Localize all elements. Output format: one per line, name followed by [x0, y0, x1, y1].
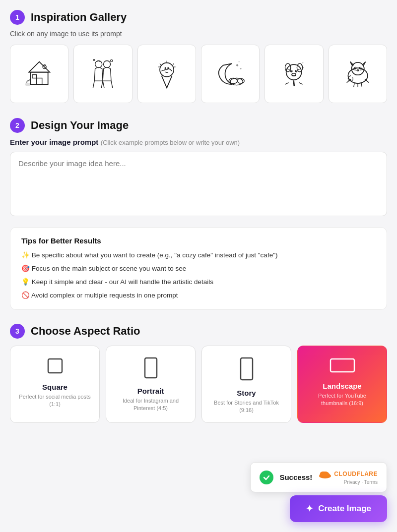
svg-point-16	[240, 68, 242, 69]
svg-point-4	[25, 83, 30, 86]
svg-point-44	[320, 472, 326, 475]
gallery-item-couple[interactable]	[73, 45, 132, 103]
svg-point-28	[303, 62, 304, 63]
tip-item-3: 💡 Keep it simple and clear - our AI will…	[21, 278, 376, 287]
aspect-card-landscape[interactable]: Landscape Perfect for YouTube thumbnails…	[297, 346, 387, 423]
aspect-card-square[interactable]: Square Perfect for social media posts (1…	[10, 346, 100, 423]
svg-rect-37	[145, 358, 157, 378]
svg-point-35	[357, 69, 358, 71]
moon-illustration	[213, 57, 248, 91]
success-check-icon	[260, 471, 273, 484]
gallery-subtitle: Click on any image to use its prompt	[10, 30, 387, 38]
section3-title: Choose Aspect Ratio	[31, 325, 140, 338]
svg-rect-39	[331, 359, 354, 372]
section2-header: 2 Design Your Image	[10, 118, 387, 133]
landscape-name: Landscape	[323, 382, 361, 390]
tips-box: Tips for Better Results ✨ Be specific ab…	[10, 227, 387, 310]
dog-illustration	[276, 57, 311, 91]
step1-badge: 1	[10, 10, 25, 25]
aspect-card-story[interactable]: Story Best for Stories and TikTok (9:16)	[201, 346, 291, 423]
create-image-button[interactable]: ✦ Create Image	[290, 495, 387, 522]
cloudflare-logo: CLOUDFLARE Privacy · Terms	[318, 470, 378, 485]
aspect-card-portrait[interactable]: Portrait Ideal for Instagram and Pintere…	[106, 346, 196, 423]
prompt-label-group: Enter your image prompt (Click example p…	[10, 138, 387, 147]
gallery-item-cat[interactable]	[329, 45, 387, 103]
icecream-illustration	[149, 57, 184, 91]
svg-point-24	[296, 70, 297, 71]
cat-illustration	[340, 57, 375, 91]
landscape-desc: Perfect for YouTube thumbnails (16:9)	[305, 392, 380, 408]
landscape-icon	[329, 356, 356, 377]
gallery-item-moon[interactable]	[201, 45, 260, 103]
svg-point-23	[292, 70, 292, 71]
inspiration-gallery-section: 1 Inspiration Gallery Click on any image…	[10, 10, 387, 103]
section1-header: 1 Inspiration Gallery	[10, 10, 387, 25]
svg-rect-2	[32, 75, 36, 78]
gallery-item-house[interactable]	[10, 45, 68, 103]
aspect-ratio-section: 3 Choose Aspect Ratio Square Perfect for…	[10, 324, 387, 423]
portrait-icon	[141, 356, 161, 382]
square-icon	[45, 356, 65, 378]
svg-point-26	[301, 64, 303, 66]
gallery-item-icecream[interactable]	[137, 45, 196, 103]
story-desc: Best for Stories and TikTok (9:16)	[209, 399, 284, 414]
svg-point-27	[303, 67, 304, 68]
portrait-desc: Ideal for Instagram and Pinterest (4:5)	[113, 397, 188, 413]
svg-point-33	[355, 67, 356, 68]
svg-point-6	[104, 60, 111, 67]
section3-header: 3 Choose Aspect Ratio	[10, 324, 387, 339]
portrait-name: Portrait	[137, 387, 164, 395]
svg-point-17	[239, 61, 240, 62]
svg-rect-1	[37, 78, 42, 85]
prompt-textarea[interactable]	[10, 152, 387, 216]
svg-point-5	[95, 60, 102, 67]
cloudflare-links: Privacy · Terms	[344, 479, 378, 485]
section2-title: Design Your Image	[31, 119, 129, 132]
cloudflare-cloud-icon	[318, 470, 332, 478]
square-desc: Perfect for social media posts (1:1)	[17, 393, 92, 409]
svg-point-18	[286, 64, 302, 80]
success-text: Success!	[279, 473, 312, 481]
tip-item-4: 🚫 Avoid complex or multiple requests in …	[21, 291, 376, 300]
aspect-ratio-grid: Square Perfect for social media posts (1…	[10, 346, 387, 423]
step2-badge: 2	[10, 118, 25, 133]
svg-point-7	[111, 59, 113, 61]
svg-point-10	[164, 67, 166, 69]
cloudflare-notification: Success! CLOUDFLARE Privacy · Terms	[250, 462, 387, 492]
cloudflare-brand: CLOUDFLARE	[334, 471, 378, 477]
story-icon	[239, 356, 255, 384]
svg-point-31	[354, 67, 356, 69]
section1-title: Inspiration Gallery	[31, 11, 127, 24]
svg-point-34	[360, 67, 361, 68]
step3-badge: 3	[10, 324, 25, 339]
couple-illustration	[85, 57, 120, 91]
wand-icon: ✦	[306, 503, 313, 514]
svg-point-8	[94, 59, 95, 61]
design-image-section: 2 Design Your Image Enter your image pro…	[10, 118, 387, 310]
svg-point-21	[290, 70, 293, 72]
tip-item-1: ✨ Be specific about what you want to cre…	[21, 251, 376, 260]
prompt-label: Enter your image prompt	[10, 138, 98, 146]
square-name: Square	[42, 383, 67, 391]
svg-point-32	[359, 67, 361, 69]
house-illustration	[22, 57, 57, 91]
svg-point-15	[236, 64, 238, 66]
tip-item-2: 🎯 Focus on the main subject or scene you…	[21, 264, 376, 274]
gallery-item-dog[interactable]	[265, 45, 323, 103]
svg-rect-38	[241, 358, 253, 380]
gallery-grid	[10, 45, 387, 103]
tips-title: Tips for Better Results	[21, 236, 376, 245]
create-button-label: Create Image	[318, 504, 371, 514]
svg-rect-36	[48, 359, 62, 373]
story-name: Story	[237, 389, 256, 397]
prompt-sublabel: (Click example prompts below or write yo…	[101, 139, 240, 146]
svg-point-22	[295, 70, 298, 72]
svg-point-11	[167, 67, 169, 69]
